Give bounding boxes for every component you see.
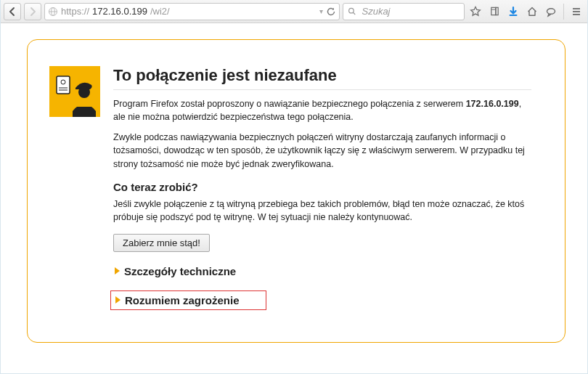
technical-details-label: Szczegóły techniczne (124, 265, 236, 277)
dropdown-history-icon[interactable]: ▾ (319, 7, 323, 15)
warning-paragraph-1: Program Firefox został poproszony o nawi… (113, 97, 531, 123)
bookmark-star-icon[interactable] (467, 4, 483, 20)
globe-icon (48, 7, 58, 17)
back-button[interactable] (4, 3, 21, 20)
url-path: /wi2/ (150, 6, 317, 17)
library-icon[interactable] (486, 4, 502, 20)
search-bar[interactable] (343, 3, 465, 20)
page-viewport: To połączenie jest niezaufane Program Fi… (1, 23, 587, 357)
search-icon (348, 7, 356, 16)
toolbar-separator (563, 4, 564, 20)
svg-line-4 (353, 12, 355, 15)
warning-paragraph-3: Jeśli zwykle połączenie z tą witryną prz… (113, 198, 531, 224)
url-protocol: https:// (61, 6, 89, 17)
url-bar[interactable]: https://172.16.0.199/wi2/ ▾ (44, 3, 340, 20)
svg-point-3 (349, 8, 354, 13)
what-to-do-heading: Co teraz zrobić? (113, 181, 531, 193)
get-me-out-button[interactable]: Zabierz mnie stąd! (113, 234, 210, 252)
chat-icon[interactable] (543, 4, 559, 20)
search-input[interactable] (360, 5, 460, 17)
menu-icon[interactable] (568, 4, 584, 20)
chevron-right-icon (115, 267, 120, 275)
warning-text-column: To połączenie jest niezaufane Program Fi… (113, 66, 531, 310)
svg-rect-18 (77, 102, 91, 107)
understand-risk-label: Rozumiem zagrożenie (125, 294, 240, 306)
understand-risk-expander[interactable]: Rozumiem zagrożenie (110, 290, 266, 310)
home-icon[interactable] (524, 4, 540, 20)
technical-details-expander[interactable]: Szczegóły techniczne (113, 262, 531, 280)
warning-host: 172.16.0.199 (466, 99, 519, 109)
warning-paragraph-2: Zwykle podczas nawiązywania bezpiecznych… (113, 131, 531, 170)
svg-point-17 (78, 86, 90, 98)
svg-rect-5 (491, 7, 495, 15)
warning-officer-icon (49, 66, 100, 117)
url-host: 172.16.0.199 (92, 6, 147, 17)
svg-rect-6 (495, 7, 497, 15)
warning-panel: To połączenie jest niezaufane Program Fi… (27, 39, 565, 343)
downloads-icon[interactable] (505, 4, 521, 20)
svg-rect-13 (57, 76, 70, 94)
browser-toolbar: https://172.16.0.199/wi2/ ▾ (1, 0, 587, 23)
reload-button[interactable] (326, 7, 336, 17)
forward-button[interactable] (24, 3, 41, 20)
page-title: To połączenie jest niezaufane (113, 66, 531, 90)
chevron-right-icon (115, 296, 121, 304)
